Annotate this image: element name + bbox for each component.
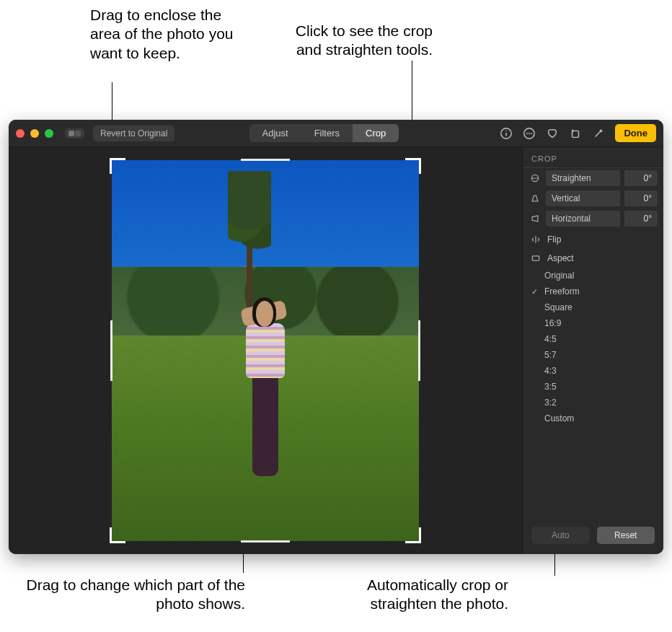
aspect-option-label: Custom <box>544 413 574 423</box>
straighten-value[interactable]: 0° <box>624 170 658 186</box>
aspect-option-label: Square <box>544 302 572 312</box>
svg-point-5 <box>529 133 531 134</box>
photos-edit-window: Revert to Original Adjust Filters Crop D… <box>9 120 663 554</box>
horizontal-value[interactable]: 0° <box>624 211 658 227</box>
svg-point-2 <box>506 130 507 131</box>
aspect-option-16-9[interactable]: 16:9 <box>523 315 663 331</box>
aspect-option-label: Freeform <box>544 286 580 297</box>
crop-handle-top-left[interactable] <box>110 158 125 174</box>
aspect-option-label: 3:5 <box>544 382 557 392</box>
aspect-option-4-5[interactable]: 4:5 <box>523 331 663 347</box>
horizontal-label: Horizontal <box>546 211 620 227</box>
leader-line <box>412 61 412 126</box>
flip-icon <box>530 234 541 245</box>
aspect-option-label: 5:7 <box>544 350 557 360</box>
aspect-option-label: 4:3 <box>544 366 557 376</box>
straighten-label: Straighten <box>546 170 620 186</box>
horizontal-row[interactable]: Horizontal 0° <box>523 209 663 229</box>
aspect-option-original[interactable]: Original <box>523 268 663 284</box>
tab-crop[interactable]: Crop <box>353 124 399 142</box>
revert-to-original-button[interactable]: Revert to Original <box>93 126 174 141</box>
tab-filters[interactable]: Filters <box>301 124 353 142</box>
crop-panel: CROP Straighten 0° Vertical 0° Horizo <box>522 147 663 554</box>
aspect-option-label: Original <box>544 271 574 281</box>
svg-rect-10 <box>532 256 539 260</box>
toolbar-right: Done <box>500 124 656 142</box>
straighten-icon <box>529 173 541 183</box>
vertical-row[interactable]: Vertical 0° <box>523 188 663 209</box>
crop-handle-bottom-left[interactable] <box>110 527 125 543</box>
auto-button[interactable]: Auto <box>531 527 590 544</box>
auto-enhance-icon[interactable] <box>592 127 605 140</box>
crop-frame[interactable] <box>112 160 419 541</box>
crop-handle-top-right[interactable] <box>405 158 421 174</box>
vertical-value[interactable]: 0° <box>624 190 658 206</box>
aspect-option-freeform[interactable]: ✓Freeform <box>523 284 663 299</box>
aspect-option-label: 3:2 <box>544 398 557 408</box>
aspect-option-3-5[interactable]: 3:5 <box>523 379 663 395</box>
aspect-option-square[interactable]: Square <box>523 299 663 315</box>
callout-crop-area: Drag to enclose the area of the photo yo… <box>90 6 249 63</box>
callout-auto: Automatically crop or straighten the pho… <box>321 576 508 614</box>
aspect-icon <box>530 253 541 263</box>
aspect-option-custom[interactable]: Custom <box>523 411 663 426</box>
rotate-icon[interactable] <box>569 127 582 140</box>
vertical-perspective-icon <box>529 193 541 203</box>
aspect-option-4-3[interactable]: 4:3 <box>523 363 663 379</box>
callout-reposition: Drag to change which part of the photo s… <box>22 576 245 614</box>
svg-point-6 <box>531 133 533 134</box>
toolbar: Revert to Original Adjust Filters Crop D… <box>9 120 663 147</box>
sidebar-toggle[interactable] <box>65 128 84 139</box>
tab-adjust[interactable]: Adjust <box>249 124 301 142</box>
flip-label: Flip <box>547 234 561 245</box>
panel-title: CROP <box>523 147 663 168</box>
aspect-option-label: 16:9 <box>544 318 561 328</box>
checkmark-icon: ✓ <box>531 287 538 297</box>
straighten-row[interactable]: Straighten 0° <box>523 168 663 188</box>
window-zoom-button[interactable] <box>45 129 53 138</box>
more-icon[interactable] <box>523 127 536 140</box>
info-icon[interactable] <box>500 127 513 140</box>
crop-handle-left[interactable] <box>110 320 112 382</box>
window-minimize-button[interactable] <box>30 129 39 138</box>
callout-crop-tab: Click to see the crop and straighten too… <box>267 22 433 60</box>
svg-point-4 <box>526 133 528 134</box>
vertical-label: Vertical <box>546 190 620 206</box>
edit-mode-tabs: Adjust Filters Crop <box>249 124 399 142</box>
window-controls <box>16 129 53 138</box>
crop-handle-top[interactable] <box>241 159 290 161</box>
aspect-options: Original✓FreeformSquare16:94:55:74:33:53… <box>523 266 663 432</box>
aspect-option-5-7[interactable]: 5:7 <box>523 347 663 363</box>
photo-preview[interactable] <box>112 160 419 541</box>
aspect-option-3-2[interactable]: 3:2 <box>523 395 663 411</box>
done-button[interactable]: Done <box>615 124 656 142</box>
aspect-section: Aspect <box>523 247 663 266</box>
window-close-button[interactable] <box>16 129 25 138</box>
crop-handle-right[interactable] <box>418 320 420 382</box>
aspect-label: Aspect <box>547 253 574 263</box>
reset-button[interactable]: Reset <box>597 527 655 544</box>
photo-canvas[interactable] <box>9 147 522 554</box>
flip-button[interactable]: Flip <box>523 229 663 247</box>
aspect-option-label: 4:5 <box>544 334 557 344</box>
panel-footer: Auto Reset <box>523 517 663 554</box>
horizontal-perspective-icon <box>529 214 541 224</box>
crop-handle-bottom[interactable] <box>241 540 290 543</box>
favorite-icon[interactable] <box>546 127 559 140</box>
crop-handle-bottom-right[interactable] <box>405 527 421 543</box>
